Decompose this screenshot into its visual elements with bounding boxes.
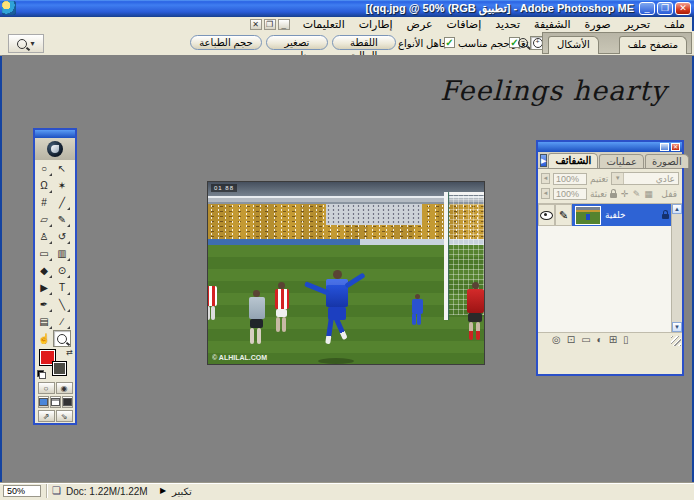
standard-mode-button[interactable]: ○ <box>38 382 55 394</box>
zoom-out-mode-button[interactable]: − <box>515 36 530 50</box>
menu-select[interactable]: تحديد <box>488 18 527 31</box>
lasso-tool[interactable]: Ω <box>35 177 53 194</box>
default-colors-icon[interactable] <box>37 370 46 379</box>
zoom-tool-selected[interactable] <box>53 330 71 347</box>
palette-title-bar[interactable]: ✕ <box>538 142 682 152</box>
swap-colors-icon[interactable]: ⇄ <box>66 348 73 357</box>
new-layer-button[interactable]: ⊞ <box>609 334 617 346</box>
layer-name: خلفية <box>605 210 658 220</box>
move-tool[interactable]: ↖ <box>53 160 71 177</box>
standard-screen-button[interactable] <box>38 396 49 408</box>
eyedropper-tool[interactable]: ∕ <box>53 313 71 330</box>
fullscreen-menubar-button[interactable] <box>50 396 61 408</box>
ignore-palettes-checkbox[interactable]: ✓ <box>444 37 455 48</box>
menu-help[interactable]: التعليمات <box>296 18 352 31</box>
resize-grip[interactable] <box>671 336 681 346</box>
fullscreen-icon <box>63 398 72 406</box>
lock-paint-icon[interactable]: ✎ <box>633 189 641 199</box>
hand-tool[interactable]: ☝ <box>35 330 53 347</box>
stadium-wall <box>208 182 484 196</box>
quickmask-mode-button[interactable]: ◉ <box>56 382 73 394</box>
toolbox-palette: ○ ↖ Ω ✶ # ╱ ▱ ✎ ♙ ↺ ▭ ▥ ◆ ⊙ ▶ T ✒ ╲ ▤ ∕ <box>33 128 77 425</box>
magic-wand-tool[interactable]: ✶ <box>53 177 71 194</box>
title-bar[interactable]: [(qq.jpg @ 50% (RGB تطبيق] - Adobe Photo… <box>0 0 694 17</box>
type-tool[interactable]: T <box>53 279 71 296</box>
palette-close-button[interactable]: ✕ <box>671 143 680 151</box>
dodge-tool[interactable]: ⊙ <box>53 262 71 279</box>
menu-layer[interactable]: الشفيفة <box>527 18 578 31</box>
lock-all-icon[interactable] <box>610 193 617 198</box>
adjustment-layer-button[interactable]: ◐ <box>597 334 603 346</box>
doc-minimize-button[interactable]: _ <box>278 19 290 30</box>
lock-transparency-icon[interactable]: ▦ <box>644 189 653 199</box>
toolbox-title-bar[interactable] <box>35 130 75 138</box>
print-size-button[interactable]: حجم الطباعة <box>190 35 262 50</box>
zoom-level-field[interactable]: 50% <box>3 485 41 497</box>
toolbox-logo-button[interactable] <box>35 138 75 160</box>
palette-scrollbar[interactable]: ▲ ▼ <box>671 204 682 332</box>
actual-pixels-button[interactable]: اللقطة الحالية <box>332 35 396 50</box>
menu-view[interactable]: عرض <box>400 18 440 31</box>
close-button[interactable]: ✕ <box>675 2 691 15</box>
tab-image[interactable]: الصورة <box>645 154 689 168</box>
healing-brush-tool[interactable]: ▱ <box>35 211 53 228</box>
fit-screen-button[interactable]: تصغير مناسب <box>266 35 328 50</box>
tab-actions[interactable]: عمليات <box>599 154 644 168</box>
background-color-swatch[interactable] <box>52 361 67 376</box>
tab-shapes[interactable]: الأشكال <box>548 36 599 54</box>
blend-mode-select[interactable]: ▼ عادي <box>611 172 679 185</box>
fill-field[interactable]: 100% <box>553 188 587 200</box>
crop-tool[interactable]: # <box>35 194 53 211</box>
pen-tool[interactable]: ✒ <box>35 296 53 313</box>
minimize-button[interactable]: _ <box>639 2 655 15</box>
menu-edit[interactable]: تحرير <box>618 18 657 31</box>
layer-row-selected[interactable]: خلفية <box>572 204 672 226</box>
palette-minimize-button[interactable] <box>660 143 669 151</box>
eraser-tool[interactable]: ▭ <box>35 245 53 262</box>
gradient-tool[interactable]: ▥ <box>53 245 71 262</box>
opacity-slider-arrow[interactable]: ◄ <box>541 173 550 184</box>
path-select-tool[interactable]: ▶ <box>35 279 53 296</box>
ellipse-marquee-tool[interactable]: ○ <box>35 160 53 177</box>
brush-tool[interactable]: ✎ <box>53 211 71 228</box>
history-brush-tool[interactable]: ↺ <box>53 228 71 245</box>
menu-window[interactable]: إطارات <box>352 18 400 31</box>
menu-file[interactable]: ملف <box>657 18 692 31</box>
doc-size-info[interactable]: Doc: 1.22M/1.22M <box>66 486 148 497</box>
current-tool-badge[interactable]: ▾ <box>8 34 44 53</box>
status-bar: 50% ❏ Doc: 1.22M/1.22M ▶ تكبير <box>0 482 694 500</box>
lock-position-icon[interactable]: ✛ <box>621 189 629 199</box>
fullscreen-button[interactable] <box>62 396 73 408</box>
blur-tool[interactable]: ◆ <box>35 262 53 279</box>
visibility-cell[interactable] <box>538 204 555 226</box>
jump-to-imageready-button[interactable]: ⇗ <box>38 410 55 422</box>
doc-close-button[interactable]: ✕ <box>250 19 262 30</box>
layer-set-button[interactable]: ▭ <box>581 334 590 346</box>
tab-layers[interactable]: الشفائف <box>548 153 598 168</box>
clone-stamp-tool[interactable]: ♙ <box>35 228 53 245</box>
layer-style-button[interactable]: ◎ <box>552 334 561 346</box>
canvas-image[interactable]: 01 88 © ALHILAL.COM <box>207 181 485 365</box>
jump-to-button[interactable]: ⇘ <box>56 410 73 422</box>
opponent-figure <box>274 282 289 317</box>
delete-layer-button[interactable]: ▯ <box>623 334 629 346</box>
restore-button[interactable]: ❐ <box>657 2 673 15</box>
slice-tool[interactable]: ╱ <box>53 194 71 211</box>
menu-filter[interactable]: إضافات <box>440 18 489 31</box>
shape-tool[interactable]: ╲ <box>53 296 71 313</box>
scroll-down-icon[interactable]: ▼ <box>672 322 682 332</box>
palette-menu-icon[interactable]: ▶ <box>540 154 547 167</box>
background-layer-row[interactable]: ✎ خلفية <box>538 204 672 226</box>
opacity-field[interactable]: 100% <box>553 173 587 185</box>
lock-label: قفل <box>661 189 677 199</box>
scroll-up-icon[interactable]: ▲ <box>672 204 682 214</box>
tab-file-browser[interactable]: متصفح ملف <box>619 36 687 54</box>
doc-restore-button[interactable]: ❐ <box>264 19 276 30</box>
menu-image[interactable]: صورة <box>578 18 618 31</box>
fill-slider-arrow[interactable]: ◄ <box>541 188 550 199</box>
layer-mask-button[interactable]: ⊡ <box>567 334 575 346</box>
blend-mode-value: عادي <box>624 174 678 184</box>
status-arrow-icon[interactable]: ▶ <box>160 486 166 495</box>
overlay-app-icon[interactable] <box>2 1 16 15</box>
notes-tool[interactable]: ▤ <box>35 313 53 330</box>
